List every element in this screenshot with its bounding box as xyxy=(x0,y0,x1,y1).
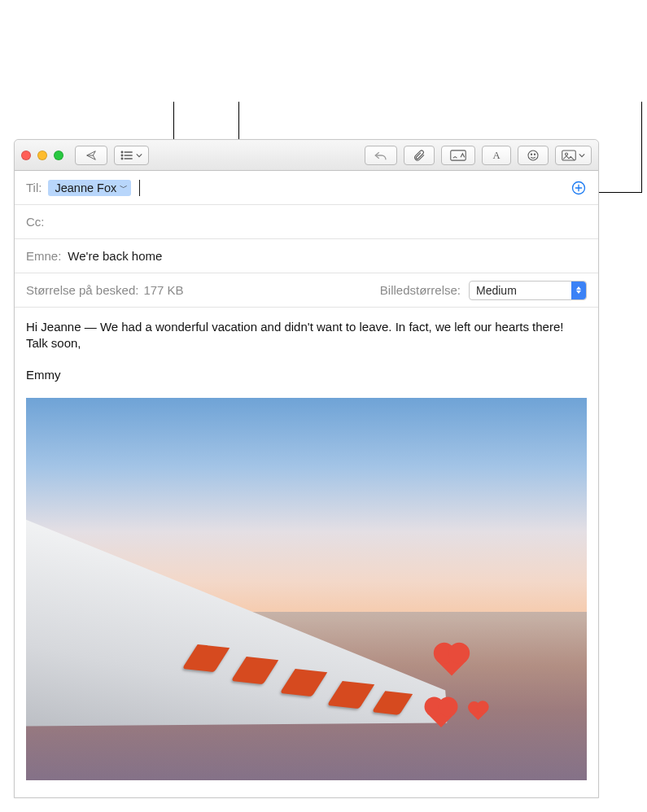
body-paragraph: Hi Jeanne — We had a wonderful vacation … xyxy=(26,319,587,352)
select-stepper-icon xyxy=(571,282,586,299)
image-size-label: Billedstørrelse: xyxy=(380,283,461,297)
titlebar: A xyxy=(15,140,598,171)
chevron-down-icon xyxy=(136,153,142,158)
size-row: Størrelse på besked: 177 KB Billedstørre… xyxy=(15,273,598,308)
text-cursor xyxy=(139,180,140,196)
svg-point-4 xyxy=(121,158,123,159)
svg-point-8 xyxy=(528,151,538,160)
photo-browser-button[interactable] xyxy=(555,146,592,165)
attach-button[interactable] xyxy=(404,146,435,165)
message-size-label: Størrelse på besked: xyxy=(26,283,138,297)
svg-point-9 xyxy=(531,154,531,155)
svg-point-0 xyxy=(121,151,123,153)
svg-point-10 xyxy=(534,154,535,155)
recipient-name: Jeanne Fox xyxy=(55,181,116,194)
recipient-chip[interactable]: Jeanne Fox ﹀ xyxy=(48,180,131,196)
to-row[interactable]: Til: Jeanne Fox ﹀ xyxy=(15,171,598,205)
send-icon xyxy=(84,150,98,161)
cc-label: Cc: xyxy=(26,215,45,229)
markup-icon xyxy=(450,150,466,161)
svg-point-2 xyxy=(121,155,123,156)
emoji-button[interactable] xyxy=(518,146,549,165)
format-button[interactable]: A xyxy=(482,146,511,165)
subject-row[interactable]: Emne: xyxy=(15,239,598,273)
compose-window: A Til: Jeanne Fox ﹀ xyxy=(14,139,599,798)
photos-icon xyxy=(562,150,576,161)
send-button[interactable] xyxy=(75,146,107,165)
reply-icon xyxy=(374,150,388,161)
reply-button[interactable] xyxy=(365,146,397,165)
cc-row[interactable]: Cc: xyxy=(15,205,598,239)
zoom-window-button[interactable] xyxy=(54,151,63,160)
list-icon xyxy=(120,151,133,160)
body-signature: Emmy xyxy=(26,367,587,383)
image-size-select[interactable]: Medium xyxy=(469,281,587,300)
svg-text:A: A xyxy=(492,150,500,161)
image-size-value: Medium xyxy=(476,284,517,297)
attached-image[interactable] xyxy=(26,398,587,780)
format-text-icon: A xyxy=(491,150,502,161)
paperclip-icon xyxy=(413,149,426,162)
chevron-down-icon xyxy=(579,153,585,158)
message-body[interactable]: Hi Jeanne — We had a wonderful vacation … xyxy=(15,308,598,780)
subject-label: Emne: xyxy=(26,249,61,263)
subject-input[interactable] xyxy=(68,249,587,263)
close-window-button[interactable] xyxy=(21,151,31,160)
markup-button[interactable] xyxy=(441,146,475,165)
header-fields: Til: Jeanne Fox ﹀ Cc: Emne: Størrelse på… xyxy=(15,171,598,308)
svg-point-12 xyxy=(566,153,568,155)
header-fields-button[interactable] xyxy=(114,146,149,165)
chevron-down-icon: ﹀ xyxy=(120,182,128,194)
message-size-value: 177 KB xyxy=(143,283,183,297)
to-label: Til: xyxy=(26,181,42,194)
minimize-window-button[interactable] xyxy=(37,151,47,160)
emoji-icon xyxy=(527,149,540,162)
add-contact-button[interactable] xyxy=(570,180,587,196)
window-controls xyxy=(21,151,63,160)
